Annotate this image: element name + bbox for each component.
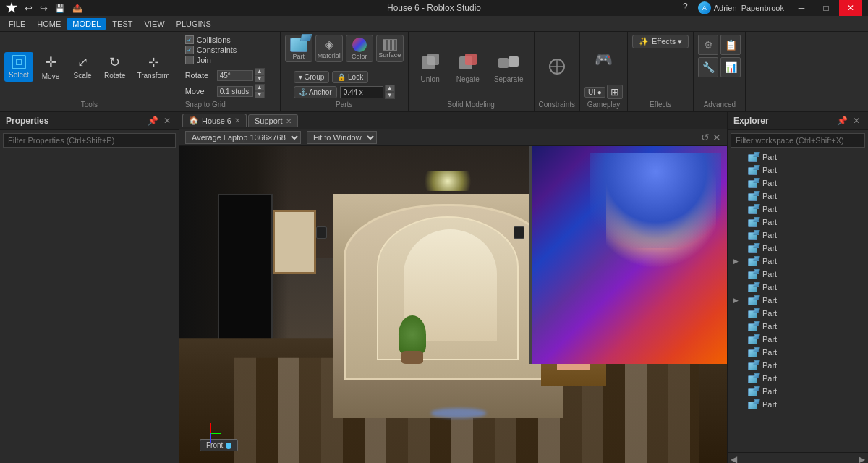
join-checkbox[interactable] [185, 56, 194, 64]
scale-tool-button[interactable]: ⤢ Scale [68, 51, 97, 82]
move-snap-down[interactable]: ▼ [255, 91, 265, 98]
redo-icon[interactable]: ↪ [37, 1, 51, 15]
collisions-checkbox[interactable] [185, 35, 194, 44]
explorer-close-button[interactable]: ✕ [851, 115, 862, 127]
explorer-item-12[interactable]: Part [728, 307, 868, 320]
tab-house6[interactable]: 🏠 House 6 ✕ [182, 114, 247, 127]
explorer-item-5[interactable]: Part [728, 216, 868, 229]
explorer-item-11[interactable]: ▶ Part [728, 294, 868, 307]
lock-button[interactable]: 🔒 Lock [332, 71, 368, 83]
title-bar-controls: ? A Adrien_Papenbrook ─ □ ✕ [678, 0, 862, 16]
explorer-item-14[interactable]: Part [728, 333, 868, 346]
explorer-scroll-right[interactable]: ▶ [859, 454, 865, 463]
explorer-item-1[interactable]: Part [728, 163, 868, 177]
viewport-area: 🏠 House 6 ✕ Support ✕ Average Laptop 136… [179, 112, 727, 463]
transform-tool-button[interactable]: ⊹ Transform [132, 51, 174, 82]
surface-button[interactable]: Surface [376, 35, 404, 62]
group-button[interactable]: ▾ Group [294, 71, 330, 83]
explorer-item-0[interactable]: Part [728, 150, 868, 163]
separate-button[interactable]: Separate [488, 48, 529, 86]
refresh-icon[interactable]: ↺ [701, 132, 710, 143]
grid-button[interactable]: ⊞ [607, 85, 623, 99]
explorer-item-17[interactable]: Part [728, 372, 868, 385]
explorer-item-10[interactable]: Part [728, 281, 868, 294]
explorer-item-15[interactable]: Part [728, 346, 868, 359]
gameplay-button[interactable]: 🎮 [587, 45, 621, 74]
explorer-item-3[interactable]: Part [728, 190, 868, 203]
scale-up[interactable]: ▲ [385, 85, 395, 92]
properties-filter-input[interactable] [3, 133, 176, 148]
menu-item-file[interactable]: FILE [3, 18, 31, 30]
content-area: Properties 📌 ✕ 🏠 House 6 ✕ Support ✕ [0, 112, 868, 463]
tab-support[interactable]: Support ✕ [248, 114, 298, 127]
anchor-button[interactable]: ⚓ Anchor [294, 86, 337, 98]
menu-item-test[interactable]: TEST [106, 18, 138, 30]
tab-support-close[interactable]: ✕ [286, 117, 292, 125]
advanced-btn-4[interactable]: 📊 [720, 57, 741, 77]
publish-icon[interactable]: 📤 [69, 2, 85, 14]
tab-support-label: Support [255, 116, 283, 125]
advanced-btn-1[interactable]: ⚙ [698, 35, 718, 55]
rotate-snap-input[interactable] [217, 70, 253, 81]
explorer-item-13[interactable]: Part [728, 320, 868, 333]
move-tool-button[interactable]: ✛ Move [36, 51, 65, 83]
constraints-tool-button[interactable] [540, 52, 574, 82]
rotate-snap-up[interactable]: ▲ [255, 68, 265, 75]
explorer-item-7[interactable]: Part [728, 242, 868, 255]
menu-item-home[interactable]: HOME [31, 18, 67, 30]
negate-button[interactable]: Negate [451, 48, 485, 86]
rotate-snap-down[interactable]: ▼ [255, 75, 265, 82]
ui-eye-button[interactable]: UI ● [584, 87, 605, 98]
explorer-item-2[interactable]: Part [728, 177, 868, 190]
explorer-scroll-left[interactable]: ◀ [731, 454, 737, 463]
fit-select[interactable]: Fit to Window [307, 131, 377, 144]
explorer-title: Explorer [733, 116, 769, 126]
material-button[interactable]: ◈ Material [315, 35, 343, 62]
material-label: Material [318, 52, 341, 59]
menu-item-model[interactable]: MODEL [67, 18, 106, 30]
properties-pin-button[interactable]: 📌 [147, 115, 158, 127]
explorer-item-19[interactable]: Part [728, 398, 868, 411]
part-button[interactable]: Part [285, 35, 312, 62]
viewport-canvas[interactable]: Front [179, 146, 727, 463]
union-button[interactable]: Union [413, 48, 448, 86]
advanced-btn-3[interactable]: 🔧 [698, 57, 718, 77]
title-bar: ↩ ↪ 💾 📤 House 6 - Roblox Studio ? A Adri… [0, 0, 868, 16]
undo-icon[interactable]: ↩ [22, 1, 35, 15]
viewport-close-button[interactable]: ✕ [712, 132, 721, 143]
select-icon [12, 55, 26, 69]
explorer-item-16[interactable]: Part [728, 359, 868, 372]
move-snap-up[interactable]: ▲ [255, 84, 265, 91]
part-icon [290, 38, 307, 52]
tab-house6-close[interactable]: ✕ [234, 116, 240, 124]
explorer-item-9[interactable]: Part [728, 268, 868, 281]
rotate-tool-button[interactable]: ↻ Rotate [100, 51, 129, 82]
gameplay-label: Gameplay [587, 99, 621, 109]
explorer-pin-button[interactable]: 📌 [836, 115, 848, 127]
close-button[interactable]: ✕ [839, 0, 862, 16]
explorer-item-8[interactable]: ▶ Part [728, 255, 868, 268]
scale-input[interactable] [340, 86, 383, 98]
advanced-btn-2[interactable]: 📋 [720, 35, 741, 55]
maximize-button[interactable]: □ [814, 0, 838, 16]
resolution-select[interactable]: Average Laptop 1366×768 [185, 131, 301, 144]
menu-item-plugins[interactable]: PLUGINS [171, 18, 217, 30]
move-snap-input[interactable] [217, 86, 253, 97]
scale-down[interactable]: ▼ [385, 92, 395, 99]
explorer-item-6[interactable]: Part [728, 229, 868, 242]
account-icon[interactable]: A Adrien_Papenbrook [694, 0, 788, 16]
select-tool-button[interactable]: Select [4, 52, 33, 82]
menu-item-view[interactable]: VIEW [138, 18, 170, 30]
effects-button[interactable]: ✨ Effects ▾ [632, 35, 689, 48]
properties-close-button[interactable]: ✕ [161, 115, 173, 127]
explorer-filter-input[interactable] [731, 133, 865, 148]
explorer-item-18[interactable]: Part [728, 385, 868, 398]
minimize-button[interactable]: ─ [790, 0, 813, 16]
constraints-checkbox[interactable] [185, 46, 194, 54]
help-icon[interactable]: ? [678, 0, 692, 16]
group-label: ▾ Group [299, 73, 325, 81]
negate-icon [456, 51, 480, 74]
explorer-item-4[interactable]: Part [728, 203, 868, 216]
save-icon[interactable]: 💾 [52, 2, 68, 14]
color-button[interactable]: Color [346, 35, 373, 62]
